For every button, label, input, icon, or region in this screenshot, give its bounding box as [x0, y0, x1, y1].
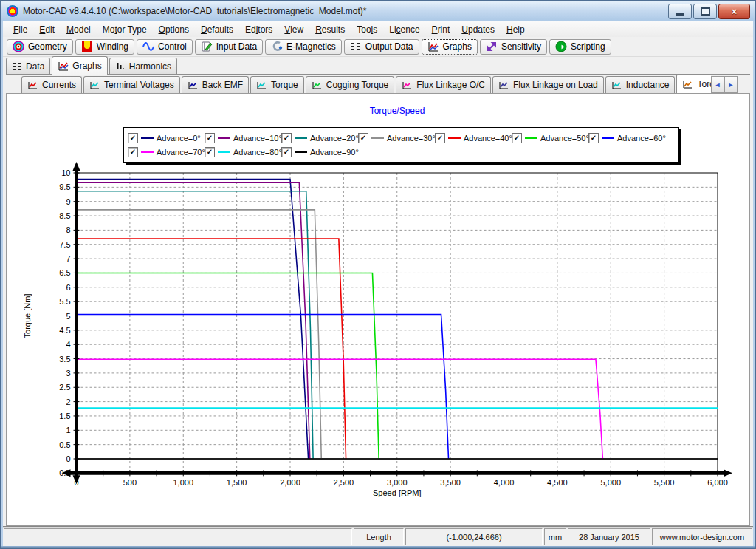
legend-item: ✓Advance=20°: [281, 133, 358, 143]
legend-item: ✓Advance=40°: [435, 133, 512, 143]
tab-scroll-left-button[interactable]: ◄: [711, 76, 724, 93]
legend-checkbox[interactable]: ✓: [205, 133, 215, 143]
svg-text:4,000: 4,000: [494, 478, 515, 487]
window-title: Motor-CAD v8.4.4.10 (C:\workspace\Motor-…: [23, 6, 367, 16]
menu-print[interactable]: Print: [426, 22, 456, 37]
svg-text:3.5: 3.5: [59, 355, 70, 364]
input-data-button[interactable]: Input Data: [195, 39, 263, 55]
svg-text:3,000: 3,000: [387, 478, 408, 487]
tab-scroll-right-button[interactable]: ►: [724, 76, 738, 93]
svg-text:4.5: 4.5: [59, 326, 70, 335]
status-units-cell: mm: [544, 528, 566, 545]
legend-checkbox[interactable]: ✓: [281, 133, 292, 143]
e-magnetics-icon: [271, 41, 283, 52]
menu-options[interactable]: Options: [153, 22, 195, 37]
motor-cad-logo-icon: [7, 5, 18, 17]
winding-button[interactable]: Winding: [75, 39, 134, 55]
output-data-icon: [350, 41, 362, 52]
tab-currents[interactable]: Currents: [21, 76, 82, 93]
legend-checkbox[interactable]: ✓: [281, 147, 292, 157]
menu-model[interactable]: Model: [61, 22, 97, 37]
svg-text:2.5: 2.5: [59, 383, 70, 392]
geometry-button[interactable]: Geometry: [7, 39, 73, 55]
control-button[interactable]: Control: [137, 39, 193, 55]
legend-label: Advance=20°: [310, 134, 359, 143]
legend-color-swatch: [295, 151, 307, 153]
legend-item: ✓Advance=70°: [128, 147, 205, 157]
menu-help[interactable]: Help: [501, 22, 531, 37]
svg-text:2,000: 2,000: [280, 478, 300, 487]
scroll-right-icon: ►: [728, 81, 735, 89]
tab-terminal-voltages[interactable]: Terminal Voltages: [83, 76, 180, 93]
legend-color-swatch: [141, 137, 154, 139]
status-website-cell[interactable]: www.motor-design.com: [652, 528, 752, 545]
tab-data[interactable]: Data: [6, 58, 50, 74]
svg-text:3,500: 3,500: [440, 478, 461, 487]
svg-text:7.5: 7.5: [59, 240, 70, 249]
tab-flux-linkage-oc[interactable]: Flux Linkage O/C: [396, 76, 491, 93]
legend-label: Advance=90°: [310, 148, 359, 157]
menu-defaults[interactable]: Defaults: [195, 22, 239, 37]
tab-torque[interactable]: Torque: [250, 76, 304, 93]
menu-view[interactable]: View: [278, 22, 309, 37]
legend-row-1: ✓Advance=0°✓Advance=10°✓Advance=20°✓Adva…: [128, 131, 675, 145]
svg-text:1: 1: [66, 426, 70, 434]
menu-updates[interactable]: Updates: [456, 22, 501, 37]
scripting-button[interactable]: Scripting: [549, 39, 611, 55]
legend-label: Advance=0°: [157, 134, 201, 143]
menu-results[interactable]: Results: [309, 22, 351, 37]
svg-text:6.5: 6.5: [59, 268, 70, 277]
minimize-button[interactable]: [668, 4, 692, 19]
menubar: File Edit Model Motor Type Options Defau…: [3, 21, 753, 37]
tab-cogging-torque[interactable]: Cogging Torque: [306, 76, 395, 93]
graphs-button[interactable]: Graphs: [422, 39, 478, 55]
currents-tab-icon: [27, 81, 38, 90]
legend-checkbox[interactable]: ✓: [435, 133, 445, 143]
restore-button[interactable]: [693, 4, 717, 19]
tab-graphs[interactable]: Graphs: [52, 56, 107, 75]
svg-text:8.5: 8.5: [59, 211, 70, 220]
legend-checkbox[interactable]: ✓: [358, 133, 368, 143]
menu-file[interactable]: File: [7, 22, 33, 37]
menu-licence[interactable]: Licence: [383, 22, 425, 37]
legend-checkbox[interactable]: ✓: [128, 133, 138, 143]
cogging-torque-tab-icon: [312, 81, 323, 90]
statusbar: Length (-1.000,24.666) mm 28 January 201…: [3, 526, 753, 546]
svg-text:Speed [RPM]: Speed [RPM]: [373, 488, 421, 497]
tab-harmonics[interactable]: Harmonics: [109, 58, 177, 74]
legend-item: ✓Advance=10°: [205, 133, 281, 143]
svg-text:5,000: 5,000: [600, 478, 621, 487]
tab-flux-linkage-on-load[interactable]: Flux Linkage on Load: [492, 76, 604, 93]
legend-checkbox[interactable]: ✓: [588, 133, 599, 143]
menu-motor-type[interactable]: Motor Type: [97, 22, 153, 37]
legend-color-swatch: [602, 137, 614, 139]
svg-text:8: 8: [66, 225, 70, 234]
tab-inductance[interactable]: Inductance: [605, 76, 676, 93]
view-tab-strip: Data Graphs Harmonics: [6, 56, 750, 75]
close-icon: ×: [732, 7, 738, 16]
tab-back-emf[interactable]: Back EMF: [182, 76, 249, 93]
legend-checkbox[interactable]: ✓: [128, 147, 138, 157]
tab-scroll-buttons: ◄ ►: [711, 76, 738, 93]
e-magnetics-button[interactable]: E-Magnetics: [265, 39, 342, 55]
menu-tools[interactable]: Tools: [351, 22, 383, 37]
control-icon: [142, 41, 154, 52]
sensitivity-button[interactable]: Sensitivity: [480, 39, 547, 55]
tab-torque-speed[interactable]: Torque/Speed: [676, 74, 711, 93]
legend-checkbox[interactable]: ✓: [205, 147, 215, 157]
output-data-button[interactable]: Output Data: [344, 39, 419, 55]
svg-text:9: 9: [66, 197, 70, 206]
menu-edit[interactable]: Edit: [33, 22, 61, 37]
graphs-tab-icon: [58, 61, 69, 71]
legend-row-2: ✓Advance=70°✓Advance=80°✓Advance=90°: [128, 145, 675, 159]
scroll-left-icon: ◄: [715, 81, 721, 89]
svg-text:0.5: 0.5: [59, 440, 70, 449]
close-button[interactable]: ×: [718, 4, 750, 19]
legend-checkbox[interactable]: ✓: [512, 133, 522, 143]
svg-text:4,500: 4,500: [547, 478, 568, 487]
graph-tab-strip: Currents Terminal Voltages Back EMF Torq…: [21, 74, 711, 93]
status-message-cell: [4, 528, 352, 545]
menu-editors[interactable]: Editors: [239, 22, 278, 37]
inductance-tab-icon: [611, 81, 622, 90]
legend-label: Advance=80°: [233, 148, 282, 157]
